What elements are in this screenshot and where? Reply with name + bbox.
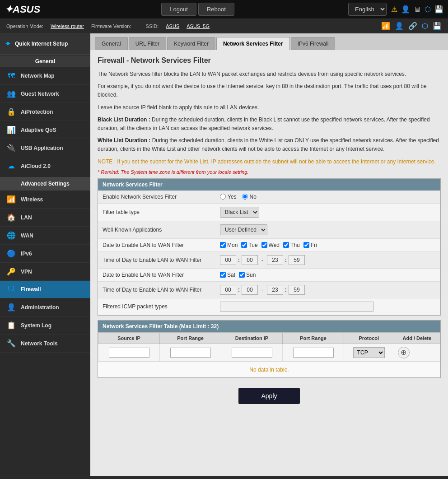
well-known-label: Well-Known Applications bbox=[103, 227, 220, 233]
wed-checkbox[interactable] bbox=[261, 242, 267, 248]
tab-ipv6-firewall[interactable]: IPv6 Firewall bbox=[291, 37, 336, 50]
sidebar-item-aicloud[interactable]: ☁ AiCloud 2.0 bbox=[0, 157, 90, 175]
mon-option[interactable]: Mon bbox=[220, 242, 238, 248]
icmp-input[interactable] bbox=[220, 302, 373, 312]
aicloud-icon: ☁ bbox=[6, 162, 16, 170]
filter-type-select[interactable]: Black List White List bbox=[220, 207, 259, 218]
white-list-desc: White List Duration : During the schedul… bbox=[98, 136, 441, 153]
fw-label: Firmware Version: bbox=[91, 23, 131, 29]
sidebar-item-usb-application[interactable]: 🔌 USB Application bbox=[0, 139, 90, 157]
add-rule-button[interactable]: ⊕ bbox=[398, 347, 410, 358]
thu-option[interactable]: Thu bbox=[283, 242, 300, 248]
port-range-2-cell bbox=[283, 344, 344, 361]
wed-option[interactable]: Wed bbox=[261, 242, 280, 248]
desc1: The Network Services filter blocks the L… bbox=[98, 70, 441, 79]
apply-button[interactable]: Apply bbox=[238, 388, 299, 404]
black-list-label: Black List Duration : bbox=[98, 116, 150, 123]
protocol-select[interactable]: TCP UDP Both bbox=[353, 347, 385, 358]
date-weekday-value: Mon Tue Wed Thu Fri bbox=[220, 242, 436, 248]
sidebar-item-wan[interactable]: 🌐 WAN bbox=[0, 227, 90, 245]
end-min2-input[interactable] bbox=[289, 285, 305, 295]
destination-ip-input[interactable] bbox=[232, 348, 272, 358]
vpn-icon: 🔑 bbox=[6, 267, 16, 276]
enable-no-option[interactable]: No bbox=[242, 194, 257, 200]
wan-icon: 🌐 bbox=[6, 231, 16, 240]
status-icons: ⚠ 👤 🖥 ⬡ 💾 bbox=[391, 5, 443, 14]
tue-option[interactable]: Tue bbox=[241, 242, 257, 248]
sun-checkbox[interactable] bbox=[239, 272, 245, 278]
fri-checkbox[interactable] bbox=[303, 242, 309, 248]
port-range-1-input[interactable] bbox=[170, 348, 211, 358]
filter-table-header: Network Services Filter Table (Max Limit… bbox=[98, 321, 440, 332]
date-weekday-row: Date to Enable LAN to WAN Filter Mon Tue… bbox=[98, 239, 440, 252]
sidebar-item-vpn[interactable]: 🔑 VPN bbox=[0, 263, 90, 281]
page-title: Firewall - Network Services Filter bbox=[98, 56, 441, 65]
aicloud-label: AiCloud 2.0 bbox=[21, 163, 51, 169]
ssid-5g-value[interactable]: ASUS_5G bbox=[187, 23, 210, 29]
network-icon: 🔗 bbox=[408, 22, 417, 30]
general-section-header: General bbox=[0, 56, 90, 67]
usb-application-icon: 🔌 bbox=[6, 144, 16, 152]
start-hour-input[interactable] bbox=[220, 255, 236, 265]
aiprotection-icon: 🔒 bbox=[6, 107, 16, 116]
start-hour2-input[interactable] bbox=[220, 285, 236, 295]
tue-checkbox[interactable] bbox=[241, 242, 247, 248]
tabs-bar: General URL Filter Keyword Filter Networ… bbox=[90, 33, 448, 50]
enable-yes-option[interactable]: Yes bbox=[220, 194, 237, 200]
end-hour2-input[interactable] bbox=[267, 285, 283, 295]
tab-network-services-filter[interactable]: Network Services Filter bbox=[216, 37, 290, 50]
end-hour-input[interactable] bbox=[267, 255, 283, 265]
time-dash2: - bbox=[261, 287, 263, 293]
weekday-checkboxes: Mon Tue Wed Thu Fri bbox=[220, 242, 317, 248]
sidebar-item-administration[interactable]: 👤 Administration bbox=[0, 298, 90, 316]
main-content: General URL Filter Keyword Filter Networ… bbox=[90, 33, 448, 476]
enable-yes-radio[interactable] bbox=[220, 194, 226, 200]
ssid-value[interactable]: ASUS bbox=[166, 23, 179, 29]
mon-checkbox[interactable] bbox=[220, 242, 226, 248]
sidebar-item-network-tools[interactable]: 🔧 Network Tools bbox=[0, 335, 90, 353]
port-range-2-input[interactable] bbox=[293, 348, 334, 358]
reboot-button[interactable]: Reboot bbox=[198, 3, 234, 16]
no-data-text: No data in table. bbox=[98, 362, 440, 377]
tab-url-filter[interactable]: URL Filter bbox=[129, 37, 167, 50]
start-min2-input[interactable] bbox=[242, 285, 258, 295]
table-row-input: TCP UDP Both ⊕ bbox=[98, 344, 440, 361]
protocol-cell: TCP UDP Both bbox=[344, 344, 394, 361]
desc3: Leave the source IP field blank to apply… bbox=[98, 103, 441, 112]
time-weekend-value: : - : bbox=[220, 285, 436, 295]
sidebar-item-lan[interactable]: 🏠 LAN bbox=[0, 209, 90, 227]
sat-checkbox[interactable] bbox=[220, 272, 226, 278]
tab-general[interactable]: General bbox=[95, 37, 128, 50]
sat-option[interactable]: Sat bbox=[220, 272, 235, 278]
sun-option[interactable]: Sun bbox=[239, 272, 256, 278]
tab-keyword-filter[interactable]: Keyword Filter bbox=[167, 37, 215, 50]
logout-button[interactable]: Logout bbox=[161, 3, 196, 16]
filter-settings-header: Network Services Filter bbox=[98, 179, 440, 191]
sidebar-item-guest-network[interactable]: 👥 Guest Network bbox=[0, 85, 90, 103]
sidebar-item-adaptive-qos[interactable]: 📊 Adaptive QoS bbox=[0, 121, 90, 139]
sidebar-item-wireless[interactable]: 📶 Wireless bbox=[0, 191, 90, 209]
sidebar-item-ipv6[interactable]: 🔵 IPv6 bbox=[0, 245, 90, 263]
adaptive-qos-label: Adaptive QoS bbox=[21, 127, 56, 133]
time-dash: - bbox=[261, 257, 263, 263]
start-min-input[interactable] bbox=[242, 255, 258, 265]
op-mode-value[interactable]: Wireless router bbox=[51, 23, 84, 29]
sidebar-item-system-log[interactable]: 📋 System Log bbox=[0, 316, 90, 335]
end-min-input[interactable] bbox=[289, 255, 305, 265]
fri-option[interactable]: Fri bbox=[303, 242, 317, 248]
well-known-select[interactable]: User Defined HTTP FTP HTTPS bbox=[220, 224, 267, 235]
disk-icon: 💾 bbox=[433, 22, 442, 30]
time-weekday-value: : - : bbox=[220, 255, 436, 265]
source-ip-input[interactable] bbox=[109, 348, 149, 358]
sidebar-item-aiprotection[interactable]: 🔒 AiProtection bbox=[0, 103, 90, 121]
time-weekday-row: Time of Day to Enable LAN to WAN Filter … bbox=[98, 252, 440, 269]
sidebar-item-network-map[interactable]: 🗺 Network Map bbox=[0, 67, 90, 85]
thu-checkbox[interactable] bbox=[283, 242, 289, 248]
system-log-icon: 📋 bbox=[6, 321, 16, 330]
asus-logo: ✦ASUS bbox=[5, 4, 40, 15]
quick-internet-setup[interactable]: ✦ Quick Internet Setup bbox=[0, 33, 90, 55]
col-port-range-2: Port Range bbox=[283, 332, 344, 344]
language-select[interactable]: English bbox=[348, 3, 387, 16]
sidebar-item-firewall[interactable]: 🛡 Firewall bbox=[0, 281, 90, 298]
enable-no-radio[interactable] bbox=[242, 194, 248, 200]
